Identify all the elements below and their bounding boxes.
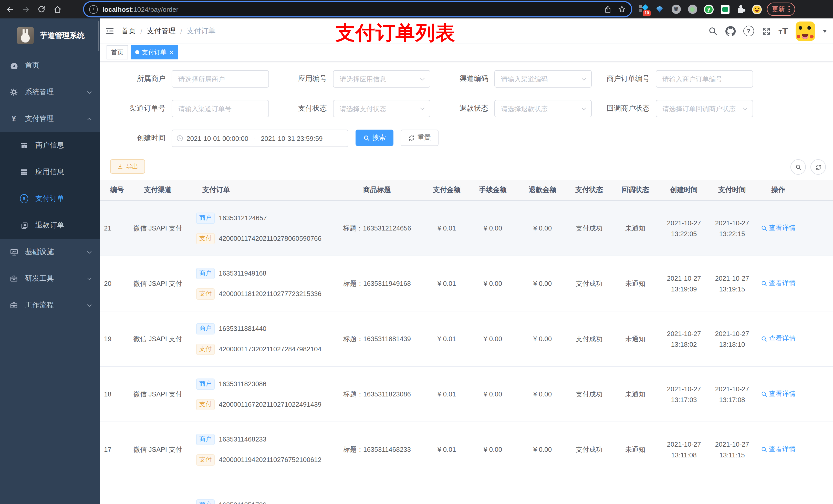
sidebar-item-payment-orders[interactable]: ¥支付订单: [0, 186, 100, 212]
view-detail-link[interactable]: 查看详情: [761, 279, 795, 288]
app-no-select[interactable]: [333, 70, 430, 88]
cell-create-time: 2021-10-2713:11:08: [659, 439, 709, 460]
browser-back-button[interactable]: [4, 3, 16, 15]
browser-menu-icon[interactable]: [788, 6, 790, 13]
extension-command-icon[interactable]: ⌘: [671, 4, 681, 14]
merchant-order-no-field[interactable]: [656, 71, 753, 87]
tag-payment-orders[interactable]: 支付订单 ×: [130, 45, 178, 59]
search-icon[interactable]: [708, 26, 717, 36]
cell-refund: ¥ 0.00: [518, 335, 567, 343]
pay-status-select[interactable]: [333, 100, 430, 117]
filter-field-channel-code: 渠道编码: [430, 70, 592, 88]
bookmark-star-icon[interactable]: [618, 5, 626, 13]
screen: i localhost:1024/pay/order 10 ⌘ y 更新: [0, 0, 833, 504]
sidebar-item-dev-tools[interactable]: 研发工具: [0, 265, 100, 292]
sidebar-item-app-info[interactable]: 应用信息: [0, 159, 100, 186]
cell-channel: 微信 JSAPI 支付: [124, 334, 191, 343]
avatar-caret-icon[interactable]: [823, 29, 827, 32]
sidebar-item-system-management[interactable]: 系统管理: [0, 79, 100, 105]
sidebar-item-merchant-info[interactable]: 商户信息: [0, 132, 100, 159]
reset-button-label: 重置: [418, 133, 431, 142]
cell-order-numbers: 商户1635311468233支付42000011942021102767521…: [191, 422, 328, 477]
chevron-up-icon: [86, 116, 93, 122]
active-dot: [135, 50, 139, 54]
breadcrumb-pay-management[interactable]: 支付管理: [147, 26, 176, 35]
pay-tag: 支付: [196, 399, 215, 410]
refresh-table-button[interactable]: [810, 159, 826, 175]
sidebar-item-refund-orders[interactable]: 退款订单: [0, 212, 100, 239]
callback-status-field[interactable]: [656, 100, 753, 117]
url-bar[interactable]: i localhost:1024/pay/order: [84, 2, 631, 16]
cell-order-numbers: 商户1635311949168支付42000011812021102777232…: [191, 256, 328, 311]
sidebar-item-label: 系统管理: [25, 88, 54, 97]
extension-gem-icon[interactable]: [655, 4, 664, 14]
sidebar-scrollbar[interactable]: [98, 21, 99, 51]
view-detail-link[interactable]: 查看详情: [761, 334, 795, 343]
extension-dot-icon[interactable]: [688, 4, 697, 14]
filter-field-refund-status: 退款状态: [430, 100, 592, 117]
callback-status-select[interactable]: [656, 100, 753, 117]
create-time-range-picker[interactable]: 2021-10-01 00:00:00 - 2021-10-31 23:59:5…: [172, 129, 348, 147]
cell-refund: ¥ 0.00: [518, 390, 567, 398]
tag-home[interactable]: 首页: [106, 45, 128, 59]
cell-amount: ¥ 0.01: [426, 335, 468, 343]
sidebar-fold-button[interactable]: [105, 26, 115, 36]
cell-notify-status: 未通知: [611, 389, 659, 399]
extensions-puzzle-icon[interactable]: [737, 5, 745, 14]
browser-update-button[interactable]: 更新: [767, 3, 795, 16]
sidebar-item-workflow[interactable]: 工作流程: [0, 292, 100, 318]
profile-smiley-icon[interactable]: [752, 4, 762, 14]
github-icon[interactable]: [725, 26, 735, 36]
sidebar-item-home[interactable]: 首页: [0, 52, 100, 79]
site-info-icon[interactable]: i: [89, 5, 98, 14]
extension-y-icon[interactable]: y: [704, 4, 714, 14]
cell-pay-time: 2021-10-2713:18:10: [709, 328, 756, 350]
reset-button[interactable]: 重置: [401, 129, 438, 146]
app-logo: 芋道管理系统: [0, 19, 100, 47]
refund-status-field[interactable]: [495, 100, 591, 117]
view-detail-link[interactable]: 查看详情: [761, 223, 795, 233]
column-header: 支付渠道: [124, 186, 191, 195]
browser-reload-button[interactable]: [35, 3, 48, 15]
breadcrumb-separator: /: [140, 27, 142, 35]
show-search-toggle-button[interactable]: [790, 159, 806, 175]
date-end-value[interactable]: 2021-10-31 23:59:59: [261, 135, 323, 142]
yen-circle-icon: ¥: [20, 194, 28, 203]
refund-status-select[interactable]: [494, 100, 592, 117]
merchant-input[interactable]: [172, 70, 269, 88]
browser-home-button[interactable]: [51, 3, 64, 15]
date-start-value[interactable]: 2021-10-01 00:00:00: [187, 135, 248, 142]
view-detail-link[interactable]: 查看详情: [761, 389, 795, 399]
breadcrumb-home[interactable]: 首页: [121, 26, 136, 35]
cell-action: 查看详情: [756, 445, 801, 454]
font-size-icon[interactable]: TT: [779, 26, 788, 35]
table-header: 编号支付渠道支付订单商品标题支付金额手续金额退款金额支付状态回调状态创建时间支付…: [100, 180, 833, 201]
cell-channel: 微信 JSAPI 支付: [124, 223, 191, 233]
pay-status-field[interactable]: [334, 100, 430, 117]
column-header: 编号: [100, 186, 124, 195]
cell-notify-status: 未通知: [611, 223, 659, 233]
extension-slides-icon[interactable]: 10: [638, 4, 648, 14]
pay-tag: 支付: [196, 343, 215, 355]
back-arrow-icon: [5, 5, 14, 14]
fullscreen-icon[interactable]: [762, 26, 771, 35]
help-icon[interactable]: ?: [743, 26, 754, 37]
export-button[interactable]: 导出: [110, 159, 145, 174]
merchant-order-no-input[interactable]: [656, 70, 753, 88]
channel-code-field[interactable]: [495, 71, 591, 87]
share-icon[interactable]: [604, 5, 612, 13]
channel-order-no-input[interactable]: [172, 100, 269, 117]
merchant-field[interactable]: [172, 71, 268, 87]
extension-chat-icon[interactable]: [720, 4, 730, 14]
app-no-field[interactable]: [334, 71, 430, 87]
user-avatar[interactable]: [795, 21, 815, 41]
sidebar-item-payment-management[interactable]: ¥支付管理: [0, 105, 100, 132]
tag-close-icon[interactable]: ×: [170, 49, 173, 55]
sidebar-item-infrastructure[interactable]: 基础设施: [0, 239, 100, 265]
search-button[interactable]: 搜索: [356, 129, 394, 146]
browser-forward-button[interactable]: [20, 3, 32, 15]
search-icon: [363, 135, 370, 141]
channel-code-select[interactable]: [494, 70, 592, 88]
view-detail-link[interactable]: 查看详情: [761, 445, 795, 454]
channel-order-no-field[interactable]: [172, 100, 268, 117]
